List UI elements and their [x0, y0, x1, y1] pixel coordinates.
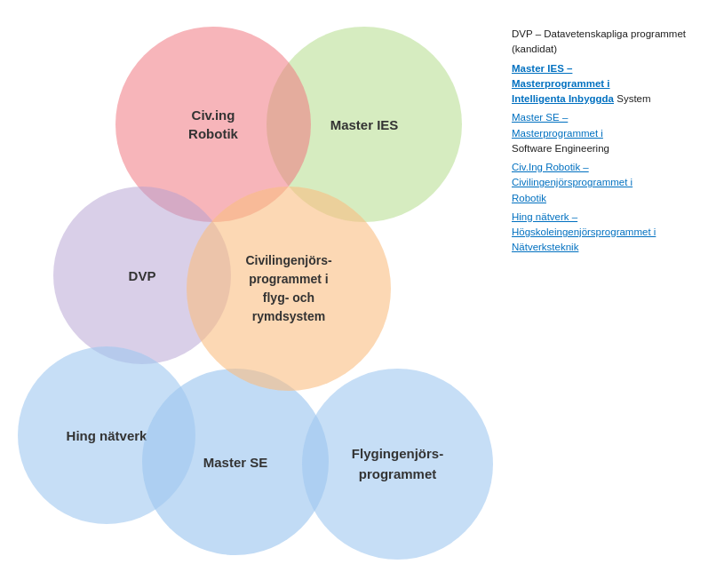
circle-flyg: Flygingenjörs-programmet — [302, 369, 493, 560]
circle-center: Civilingenjörs-programmet iflyg- ochrymd… — [187, 187, 391, 391]
legend-hing-link[interactable]: Hing nätverk –Högskoleingenjörsprogramme… — [512, 211, 656, 253]
venn-diagram: Master IES Civ.ingRobotik DVP Civilingen… — [0, 0, 497, 588]
circle-hing-label: Hing nätverk — [67, 428, 147, 443]
legend-robotik-link[interactable]: Civ.Ing Robotik –Civilingenjörsprogramme… — [512, 162, 632, 203]
legend-se-link[interactable]: Master SE –Masterprogrammet i — [512, 112, 603, 138]
circle-dvp-label: DVP — [129, 268, 156, 283]
circle-master-se: Master SE — [142, 369, 329, 555]
circle-master-se-label: Master SE — [203, 455, 268, 470]
circle-master-ies-label: Master IES — [330, 117, 399, 132]
legend-ies-link[interactable]: Master IES –Masterprogrammet iIntelligen… — [512, 63, 614, 105]
legend-item-robotik: Civ.Ing Robotik –Civilingenjörsprogramme… — [512, 160, 707, 206]
circle-flyg-label: Flygingenjörs-programmet — [352, 444, 443, 484]
legend-item-hing: Hing nätverk –Högskoleingenjörsprogramme… — [512, 210, 707, 256]
legend-item-se: Master SE –Masterprogrammet i Software E… — [512, 110, 707, 156]
circle-center-label: Civilingenjörs-programmet iflyg- ochrymd… — [245, 251, 331, 326]
legend-dvp-text: DVP – Datavetenskapliga programmet (kand… — [512, 28, 686, 54]
legend-item-ies: Master IES –Masterprogrammet iIntelligen… — [512, 61, 707, 107]
legend-panel: DVP – Datavetenskapliga programmet (kand… — [512, 27, 707, 259]
circle-robotik-label: Civ.ingRobotik — [188, 106, 238, 143]
legend-ies-text: System — [617, 93, 650, 104]
legend-se-text: Software Engineering — [512, 143, 609, 154]
legend-item-dvp: DVP – Datavetenskapliga programmet (kand… — [512, 27, 707, 58]
